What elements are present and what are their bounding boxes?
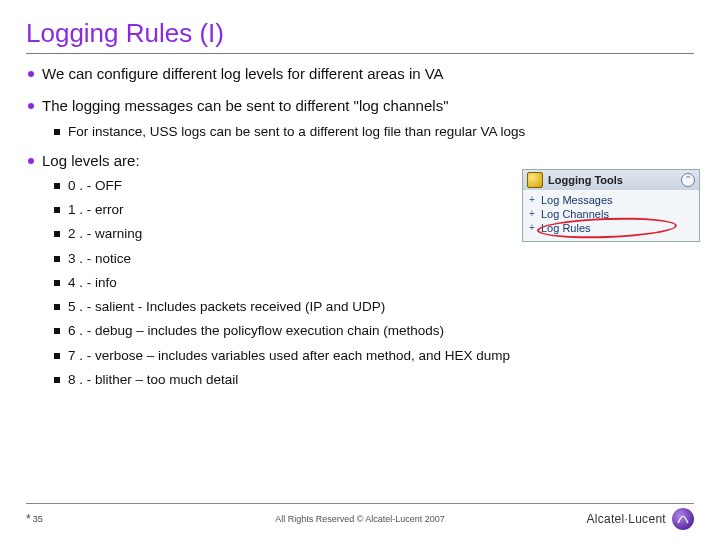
level-8: 8 . - blither – too much detail [68, 371, 238, 389]
page-number: 35 [33, 514, 43, 524]
bullet-dot-icon [28, 103, 34, 109]
bullet-square-icon [54, 377, 60, 383]
logging-tools-panel: Logging Tools ⌃ Log Messages Log Channel… [522, 169, 700, 242]
level-1: 1 . - error [68, 201, 124, 219]
copyright-text: All Rights Reserved © Alcatel-Lucent 200… [275, 514, 445, 524]
level-2: 2 . - warning [68, 225, 142, 243]
level-7: 7 . - verbose – includes variables used … [68, 347, 510, 365]
bullet-2-sub: For instance, USS logs can be sent to a … [68, 123, 525, 141]
bullet-3: Log levels are: [42, 151, 140, 171]
bullet-square-icon [54, 207, 60, 213]
bullet-square-icon [54, 328, 60, 334]
bullet-1: We can configure different log levels fo… [42, 64, 444, 84]
brand-logo-icon [672, 508, 694, 530]
level-5: 5 . - salient - Includes packets receive… [68, 298, 385, 316]
level-3: 3 . - notice [68, 250, 131, 268]
panel-item-log-channels[interactable]: Log Channels [533, 207, 693, 221]
bullet-square-icon [54, 353, 60, 359]
bullet-square-icon [54, 304, 60, 310]
brand-name: Alcatel·Lucent [586, 512, 666, 526]
bullet-dot-icon [28, 71, 34, 77]
bullet-square-icon [54, 129, 60, 135]
bullet-square-icon [54, 280, 60, 286]
bullet-2: The logging messages can be sent to diff… [42, 96, 448, 116]
slide-title: Logging Rules (I) [26, 18, 694, 54]
bullet-square-icon [54, 183, 60, 189]
bullet-square-icon [54, 231, 60, 237]
bullet-dot-icon [28, 158, 34, 164]
toolbox-icon [527, 172, 543, 188]
bullet-square-icon [54, 256, 60, 262]
level-4: 4 . - info [68, 274, 117, 292]
footnote-star-icon: * [26, 512, 31, 526]
slide-footer: * 35 All Rights Reserved © Alcatel-Lucen… [26, 503, 694, 530]
level-0: 0 . - OFF [68, 177, 122, 195]
panel-item-log-rules[interactable]: Log Rules [533, 221, 693, 235]
panel-item-log-messages[interactable]: Log Messages [533, 193, 693, 207]
collapse-icon[interactable]: ⌃ [681, 173, 695, 187]
panel-header: Logging Tools [548, 174, 623, 186]
level-6: 6 . - debug – includes the policyflow ex… [68, 322, 444, 340]
